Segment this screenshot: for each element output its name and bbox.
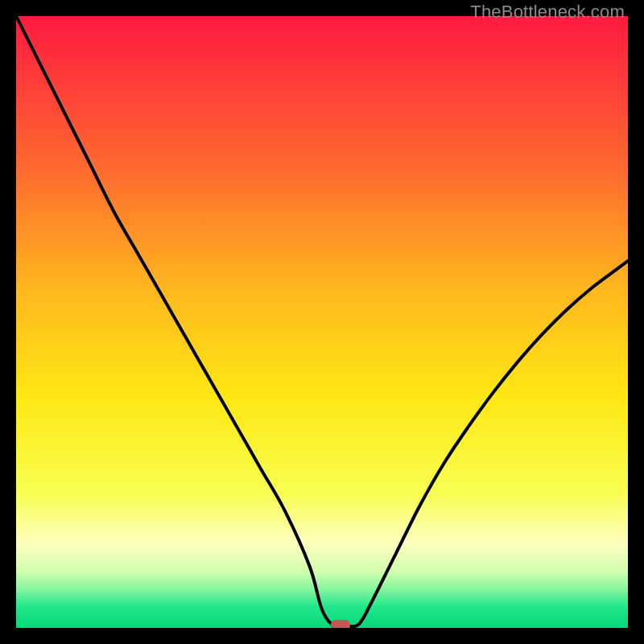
chart-frame — [16, 16, 628, 628]
optimal-marker — [331, 620, 350, 628]
chart-canvas — [16, 16, 628, 628]
watermark-text: TheBottleneck.com — [470, 2, 625, 23]
gradient-bg — [16, 16, 628, 628]
